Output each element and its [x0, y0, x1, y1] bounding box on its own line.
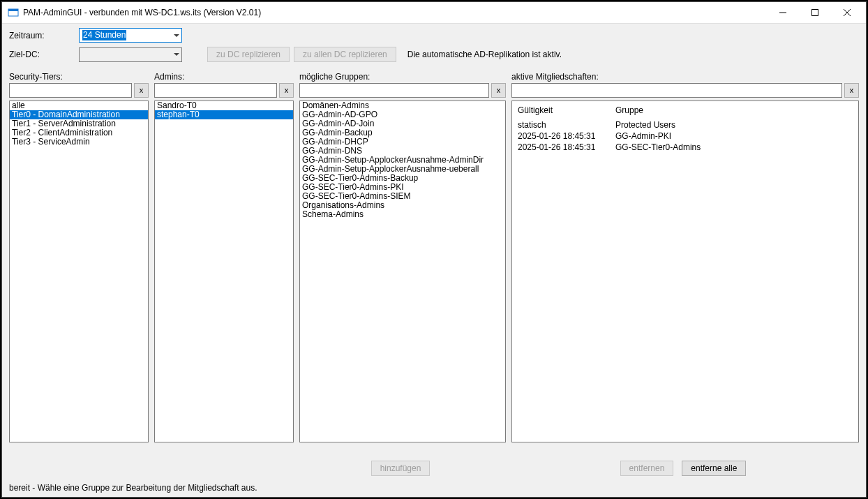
- active-header: aktive Mitgliedschaften:: [511, 72, 859, 82]
- remove-button[interactable]: entfernen: [620, 461, 674, 476]
- window-title: PAM-AdminGUI - verbunden mit WS-DC1.ws.i…: [23, 8, 767, 17]
- maximize-button[interactable]: [799, 2, 831, 23]
- app-icon: [8, 7, 19, 18]
- tiers-filter-input[interactable]: [9, 83, 132, 98]
- svg-rect-1: [8, 9, 18, 11]
- titlebar: PAM-AdminGUI - verbunden mit WS-DC1.ws.i…: [2, 2, 866, 23]
- zieldc-combobox[interactable]: [79, 47, 182, 62]
- memberships-col-validity: Gültigkeit: [516, 104, 614, 119]
- chevron-down-icon: [174, 53, 179, 56]
- memberships-col-group: Gruppe: [614, 104, 854, 119]
- active-filter-input[interactable]: [511, 83, 842, 98]
- membership-group: Protected Users: [614, 119, 854, 131]
- table-row[interactable]: 2025-01-26 18:45:31GG-Admin-PKI: [516, 131, 854, 142]
- active-filter-clear[interactable]: x: [844, 83, 859, 98]
- admins-filter-clear[interactable]: x: [279, 83, 294, 98]
- zeitraum-label: Zeitraum:: [9, 31, 79, 40]
- admins-header: Admins:: [154, 72, 294, 82]
- replicate-all-button[interactable]: zu allen DC replizieren: [294, 47, 396, 62]
- membership-validity: statisch: [516, 119, 614, 131]
- status-bar: bereit - Wähle eine Gruppe zur Bearbeitu…: [9, 480, 859, 494]
- zeitraum-combobox[interactable]: 24 Stunden: [79, 28, 182, 43]
- table-row[interactable]: 2025-01-26 18:45:31GG-SEC-Tier0-Admins: [516, 142, 854, 153]
- groups-filter-clear[interactable]: x: [491, 83, 506, 98]
- admins-listbox[interactable]: Sandro-T0stephan-T0: [154, 100, 294, 442]
- groups-listbox[interactable]: Domänen-AdminsGG-Admin-AD-GPOGG-Admin-AD…: [299, 100, 506, 442]
- list-item[interactable]: stephan-T0: [155, 110, 293, 119]
- client-area: Zeitraum: 24 Stunden Ziel-DC: zu DC repl…: [2, 23, 866, 497]
- app-window: PAM-AdminGUI - verbunden mit WS-DC1.ws.i…: [1, 1, 867, 498]
- svg-rect-3: [812, 10, 818, 16]
- close-button[interactable]: [831, 2, 863, 23]
- membership-validity: 2025-01-26 18:45:31: [516, 142, 614, 153]
- tiers-filter-clear[interactable]: x: [134, 83, 149, 98]
- chevron-down-icon: [174, 34, 179, 37]
- replicate-one-button[interactable]: zu DC replizieren: [207, 47, 290, 62]
- replication-status: Die automatische AD-Replikation ist akti…: [407, 50, 562, 59]
- tiers-header: Security-Tiers:: [9, 72, 149, 82]
- groups-filter-input[interactable]: [299, 83, 489, 98]
- zieldc-label: Ziel-DC:: [9, 50, 79, 59]
- admins-filter-input[interactable]: [154, 83, 277, 98]
- zeitraum-value: 24 Stunden: [82, 30, 126, 40]
- memberships-panel: Gültigkeit Gruppe statischProtected User…: [511, 100, 859, 442]
- list-item[interactable]: Tier3 - ServiceAdmin: [10, 137, 148, 147]
- membership-group: GG-Admin-PKI: [614, 131, 854, 142]
- tiers-listbox[interactable]: alleTier0 - DomainAdministrationTier1 - …: [9, 100, 149, 442]
- remove-all-button[interactable]: entferne alle: [682, 461, 746, 476]
- minimize-button[interactable]: [767, 2, 799, 23]
- membership-validity: 2025-01-26 18:45:31: [516, 131, 614, 142]
- list-item[interactable]: Schema-Admins: [300, 210, 505, 219]
- groups-header: mögliche Gruppen:: [299, 72, 506, 82]
- table-row[interactable]: statischProtected Users: [516, 119, 854, 131]
- membership-group: GG-SEC-Tier0-Admins: [614, 142, 854, 153]
- add-button[interactable]: hinzufügen: [371, 461, 431, 476]
